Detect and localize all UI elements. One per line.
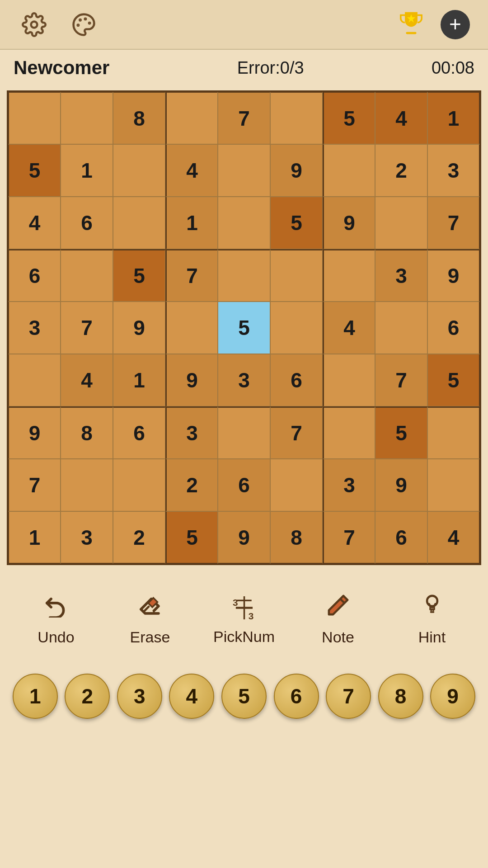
cell[interactable] [270, 92, 323, 144]
cell[interactable]: 9 [427, 249, 480, 302]
numpad-button-4[interactable]: 4 [169, 674, 214, 719]
cell[interactable]: 1 [61, 144, 113, 197]
cell[interactable]: 1 [165, 197, 218, 249]
cell[interactable]: 6 [375, 511, 427, 564]
cell[interactable]: 9 [375, 459, 427, 511]
cell[interactable]: 9 [8, 406, 61, 459]
cell[interactable]: 9 [218, 511, 270, 564]
cell[interactable]: 5 [375, 406, 427, 459]
cell[interactable] [218, 197, 270, 249]
add-button[interactable]: + [441, 10, 470, 39]
cell[interactable]: 9 [270, 144, 323, 197]
cell[interactable]: 3 [165, 406, 218, 459]
cell[interactable] [270, 249, 323, 302]
cell[interactable]: 7 [270, 406, 323, 459]
cell[interactable]: 6 [427, 302, 480, 354]
cell[interactable] [218, 249, 270, 302]
hint-button[interactable]: Hint [400, 593, 464, 646]
cell[interactable]: 1 [8, 511, 61, 564]
cell[interactable]: 5 [165, 511, 218, 564]
numpad-button-3[interactable]: 3 [117, 674, 162, 719]
cell[interactable]: 9 [113, 302, 165, 354]
cell[interactable] [8, 92, 61, 144]
cell[interactable] [323, 144, 375, 197]
cell[interactable]: 3 [8, 302, 61, 354]
cell[interactable]: 7 [61, 302, 113, 354]
cell[interactable]: 8 [270, 511, 323, 564]
cell[interactable]: 5 [113, 249, 165, 302]
cell[interactable]: 9 [165, 354, 218, 406]
picknum-button[interactable]: 3 3 PickNum [212, 593, 276, 646]
cell[interactable]: 6 [8, 249, 61, 302]
cell[interactable]: 2 [113, 511, 165, 564]
cell[interactable]: 1 [427, 92, 480, 144]
cell[interactable]: 3 [61, 511, 113, 564]
cell[interactable] [165, 302, 218, 354]
cell[interactable]: 3 [218, 354, 270, 406]
cell[interactable]: 3 [375, 249, 427, 302]
cell[interactable]: 4 [427, 511, 480, 564]
numpad-button-9[interactable]: 9 [430, 674, 475, 719]
cell[interactable] [8, 354, 61, 406]
cell[interactable]: 5 [8, 144, 61, 197]
cell[interactable]: 3 [323, 459, 375, 511]
trophy-button[interactable] [395, 9, 427, 40]
cell[interactable] [427, 406, 480, 459]
undo-button[interactable]: Undo [24, 593, 88, 646]
cell[interactable] [270, 302, 323, 354]
cell[interactable] [270, 459, 323, 511]
cell[interactable]: 4 [61, 354, 113, 406]
theme-button[interactable] [68, 9, 99, 40]
cell[interactable]: 9 [323, 197, 375, 249]
numpad-button-1[interactable]: 1 [13, 674, 58, 719]
cell[interactable]: 1 [113, 354, 165, 406]
settings-button[interactable] [18, 9, 50, 40]
cell[interactable]: 6 [218, 459, 270, 511]
cell[interactable]: 6 [270, 354, 323, 406]
cell[interactable]: 5 [218, 302, 270, 354]
cell[interactable]: 8 [61, 406, 113, 459]
cell[interactable] [113, 197, 165, 249]
cell[interactable]: 7 [218, 92, 270, 144]
cell[interactable]: 6 [61, 197, 113, 249]
cell[interactable] [323, 406, 375, 459]
cell[interactable] [323, 249, 375, 302]
numpad-button-7[interactable]: 7 [326, 674, 371, 719]
cell[interactable]: 7 [427, 197, 480, 249]
cell[interactable]: 4 [323, 302, 375, 354]
cell[interactable]: 7 [165, 249, 218, 302]
cell[interactable] [113, 144, 165, 197]
note-button[interactable]: Note [306, 593, 370, 646]
difficulty-level: Newcomer [14, 57, 109, 79]
numpad-button-8[interactable]: 8 [378, 674, 423, 719]
cell[interactable]: 4 [375, 92, 427, 144]
cell[interactable]: 2 [165, 459, 218, 511]
cell[interactable] [323, 354, 375, 406]
cell[interactable]: 5 [270, 197, 323, 249]
cell[interactable] [165, 92, 218, 144]
cell[interactable] [427, 459, 480, 511]
erase-button[interactable]: Erase [118, 593, 182, 646]
cell[interactable] [375, 197, 427, 249]
cell[interactable]: 4 [165, 144, 218, 197]
cell[interactable] [61, 92, 113, 144]
cell[interactable]: 5 [323, 92, 375, 144]
numpad-button-2[interactable]: 2 [65, 674, 110, 719]
cell[interactable]: 7 [8, 459, 61, 511]
cell[interactable]: 2 [375, 144, 427, 197]
cell[interactable] [375, 302, 427, 354]
cell[interactable] [61, 459, 113, 511]
cell[interactable] [218, 144, 270, 197]
numpad-button-5[interactable]: 5 [221, 674, 267, 719]
cell[interactable]: 5 [427, 354, 480, 406]
cell[interactable] [113, 459, 165, 511]
cell[interactable]: 4 [8, 197, 61, 249]
cell[interactable]: 8 [113, 92, 165, 144]
cell[interactable]: 6 [113, 406, 165, 459]
numpad-button-6[interactable]: 6 [274, 674, 319, 719]
cell[interactable] [218, 406, 270, 459]
cell[interactable] [61, 249, 113, 302]
cell[interactable]: 3 [427, 144, 480, 197]
cell[interactable]: 7 [375, 354, 427, 406]
cell[interactable]: 7 [323, 511, 375, 564]
